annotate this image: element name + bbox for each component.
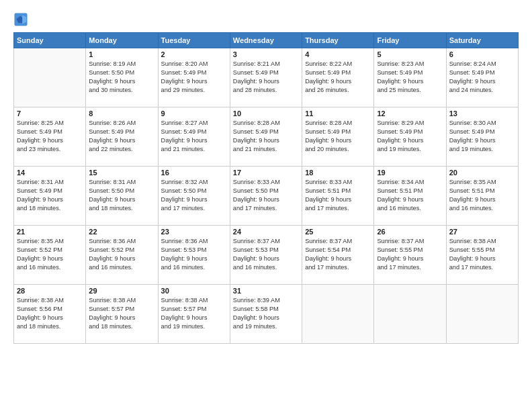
- day-cell: 14Sunrise: 8:31 AM Sunset: 5:49 PM Dayli…: [14, 167, 86, 226]
- header: [13, 12, 519, 27]
- day-number: 20: [449, 169, 515, 177]
- day-cell: 18Sunrise: 8:33 AM Sunset: 5:51 PM Dayli…: [302, 167, 374, 226]
- col-header-tuesday: Tuesday: [158, 33, 230, 48]
- day-number: 24: [233, 228, 299, 236]
- day-cell: 23Sunrise: 8:36 AM Sunset: 5:53 PM Dayli…: [158, 226, 230, 285]
- day-number: 22: [89, 228, 154, 236]
- day-cell: 25Sunrise: 8:37 AM Sunset: 5:54 PM Dayli…: [302, 226, 374, 285]
- day-cell: 8Sunrise: 8:26 AM Sunset: 5:49 PM Daylig…: [86, 107, 158, 167]
- day-cell: 12Sunrise: 8:29 AM Sunset: 5:49 PM Dayli…: [374, 107, 446, 167]
- day-cell: [374, 285, 446, 344]
- col-header-friday: Friday: [374, 33, 446, 48]
- day-detail: Sunrise: 8:35 AM Sunset: 5:52 PM Dayligh…: [17, 237, 83, 272]
- day-number: 28: [17, 287, 83, 295]
- day-number: 25: [305, 228, 371, 236]
- day-number: 9: [161, 109, 227, 118]
- day-detail: Sunrise: 8:27 AM Sunset: 5:49 PM Dayligh…: [161, 119, 227, 154]
- day-detail: Sunrise: 8:31 AM Sunset: 5:49 PM Dayligh…: [17, 178, 83, 213]
- day-number: 4: [305, 50, 371, 58]
- day-detail: Sunrise: 8:26 AM Sunset: 5:49 PM Dayligh…: [89, 119, 154, 154]
- day-detail: Sunrise: 8:28 AM Sunset: 5:49 PM Dayligh…: [305, 119, 371, 154]
- day-number: 2: [161, 50, 227, 58]
- day-number: 7: [17, 109, 83, 118]
- day-detail: Sunrise: 8:38 AM Sunset: 5:55 PM Dayligh…: [449, 237, 515, 272]
- day-cell: 19Sunrise: 8:34 AM Sunset: 5:51 PM Dayli…: [374, 167, 446, 226]
- day-detail: Sunrise: 8:32 AM Sunset: 5:50 PM Dayligh…: [161, 178, 227, 213]
- day-cell: 30Sunrise: 8:38 AM Sunset: 5:57 PM Dayli…: [158, 285, 230, 344]
- day-number: 30: [161, 287, 227, 295]
- day-cell: 11Sunrise: 8:28 AM Sunset: 5:49 PM Dayli…: [302, 107, 374, 167]
- day-cell: 9Sunrise: 8:27 AM Sunset: 5:49 PM Daylig…: [158, 107, 230, 167]
- week-row-5: 28Sunrise: 8:38 AM Sunset: 5:56 PM Dayli…: [14, 285, 519, 344]
- day-detail: Sunrise: 8:20 AM Sunset: 5:49 PM Dayligh…: [161, 60, 227, 95]
- day-cell: 28Sunrise: 8:38 AM Sunset: 5:56 PM Dayli…: [14, 285, 86, 344]
- day-cell: [14, 48, 86, 107]
- col-header-saturday: Saturday: [446, 33, 518, 48]
- day-detail: Sunrise: 8:19 AM Sunset: 5:50 PM Dayligh…: [89, 60, 154, 95]
- day-detail: Sunrise: 8:38 AM Sunset: 5:57 PM Dayligh…: [161, 296, 227, 331]
- day-number: 16: [161, 169, 227, 177]
- day-detail: Sunrise: 8:37 AM Sunset: 5:53 PM Dayligh…: [233, 237, 299, 272]
- day-cell: 22Sunrise: 8:36 AM Sunset: 5:52 PM Dayli…: [86, 226, 158, 285]
- day-cell: 17Sunrise: 8:33 AM Sunset: 5:50 PM Dayli…: [230, 167, 302, 226]
- day-detail: Sunrise: 8:33 AM Sunset: 5:51 PM Dayligh…: [305, 178, 371, 213]
- day-number: 19: [377, 169, 443, 177]
- day-cell: 4Sunrise: 8:22 AM Sunset: 5:49 PM Daylig…: [302, 48, 374, 107]
- day-cell: [302, 285, 374, 344]
- day-cell: 26Sunrise: 8:37 AM Sunset: 5:55 PM Dayli…: [374, 226, 446, 285]
- day-detail: Sunrise: 8:39 AM Sunset: 5:58 PM Dayligh…: [233, 296, 299, 331]
- day-number: 6: [449, 50, 515, 58]
- day-number: 13: [449, 109, 515, 118]
- day-number: 31: [233, 287, 299, 295]
- day-cell: 7Sunrise: 8:25 AM Sunset: 5:49 PM Daylig…: [14, 107, 86, 167]
- day-cell: 31Sunrise: 8:39 AM Sunset: 5:58 PM Dayli…: [230, 285, 302, 344]
- page: SundayMondayTuesdayWednesdayThursdayFrid…: [0, 0, 532, 411]
- day-cell: 16Sunrise: 8:32 AM Sunset: 5:50 PM Dayli…: [158, 167, 230, 226]
- day-detail: Sunrise: 8:33 AM Sunset: 5:50 PM Dayligh…: [233, 178, 299, 213]
- day-detail: Sunrise: 8:22 AM Sunset: 5:49 PM Dayligh…: [305, 60, 371, 95]
- day-detail: Sunrise: 8:25 AM Sunset: 5:49 PM Dayligh…: [17, 119, 83, 154]
- day-number: 12: [377, 109, 443, 118]
- week-row-3: 14Sunrise: 8:31 AM Sunset: 5:49 PM Dayli…: [14, 167, 519, 226]
- day-number: 21: [17, 228, 83, 236]
- day-detail: Sunrise: 8:30 AM Sunset: 5:49 PM Dayligh…: [449, 119, 515, 154]
- day-number: 3: [233, 50, 299, 58]
- logo-icon: [13, 12, 28, 27]
- day-cell: 27Sunrise: 8:38 AM Sunset: 5:55 PM Dayli…: [446, 226, 518, 285]
- day-detail: Sunrise: 8:37 AM Sunset: 5:54 PM Dayligh…: [305, 237, 371, 272]
- day-number: 10: [233, 109, 299, 118]
- day-number: 18: [305, 169, 371, 177]
- day-number: 5: [377, 50, 443, 58]
- day-number: 26: [377, 228, 443, 236]
- week-row-4: 21Sunrise: 8:35 AM Sunset: 5:52 PM Dayli…: [14, 226, 519, 285]
- day-number: 23: [161, 228, 227, 236]
- day-cell: 29Sunrise: 8:38 AM Sunset: 5:57 PM Dayli…: [86, 285, 158, 344]
- day-detail: Sunrise: 8:38 AM Sunset: 5:56 PM Dayligh…: [17, 296, 83, 331]
- day-cell: [446, 285, 518, 344]
- day-number: 17: [233, 169, 299, 177]
- day-cell: 24Sunrise: 8:37 AM Sunset: 5:53 PM Dayli…: [230, 226, 302, 285]
- day-cell: 15Sunrise: 8:31 AM Sunset: 5:50 PM Dayli…: [86, 167, 158, 226]
- day-number: 27: [449, 228, 515, 236]
- calendar-table: SundayMondayTuesdayWednesdayThursdayFrid…: [13, 32, 519, 344]
- day-detail: Sunrise: 8:21 AM Sunset: 5:49 PM Dayligh…: [233, 60, 299, 95]
- day-detail: Sunrise: 8:37 AM Sunset: 5:55 PM Dayligh…: [377, 237, 443, 272]
- day-detail: Sunrise: 8:23 AM Sunset: 5:49 PM Dayligh…: [377, 60, 443, 95]
- col-header-sunday: Sunday: [14, 33, 86, 48]
- day-cell: 20Sunrise: 8:35 AM Sunset: 5:51 PM Dayli…: [446, 167, 518, 226]
- day-detail: Sunrise: 8:35 AM Sunset: 5:51 PM Dayligh…: [449, 178, 515, 213]
- day-detail: Sunrise: 8:36 AM Sunset: 5:52 PM Dayligh…: [89, 237, 154, 272]
- day-detail: Sunrise: 8:29 AM Sunset: 5:49 PM Dayligh…: [377, 119, 443, 154]
- day-number: 1: [89, 50, 154, 58]
- day-detail: Sunrise: 8:31 AM Sunset: 5:50 PM Dayligh…: [89, 178, 154, 213]
- day-detail: Sunrise: 8:36 AM Sunset: 5:53 PM Dayligh…: [161, 237, 227, 272]
- day-cell: 13Sunrise: 8:30 AM Sunset: 5:49 PM Dayli…: [446, 107, 518, 167]
- day-cell: 1Sunrise: 8:19 AM Sunset: 5:50 PM Daylig…: [86, 48, 158, 107]
- day-number: 14: [17, 169, 83, 177]
- day-cell: 21Sunrise: 8:35 AM Sunset: 5:52 PM Dayli…: [14, 226, 86, 285]
- col-header-thursday: Thursday: [302, 33, 374, 48]
- col-header-wednesday: Wednesday: [230, 33, 302, 48]
- day-cell: 3Sunrise: 8:21 AM Sunset: 5:49 PM Daylig…: [230, 48, 302, 107]
- day-detail: Sunrise: 8:34 AM Sunset: 5:51 PM Dayligh…: [377, 178, 443, 213]
- day-cell: 5Sunrise: 8:23 AM Sunset: 5:49 PM Daylig…: [374, 48, 446, 107]
